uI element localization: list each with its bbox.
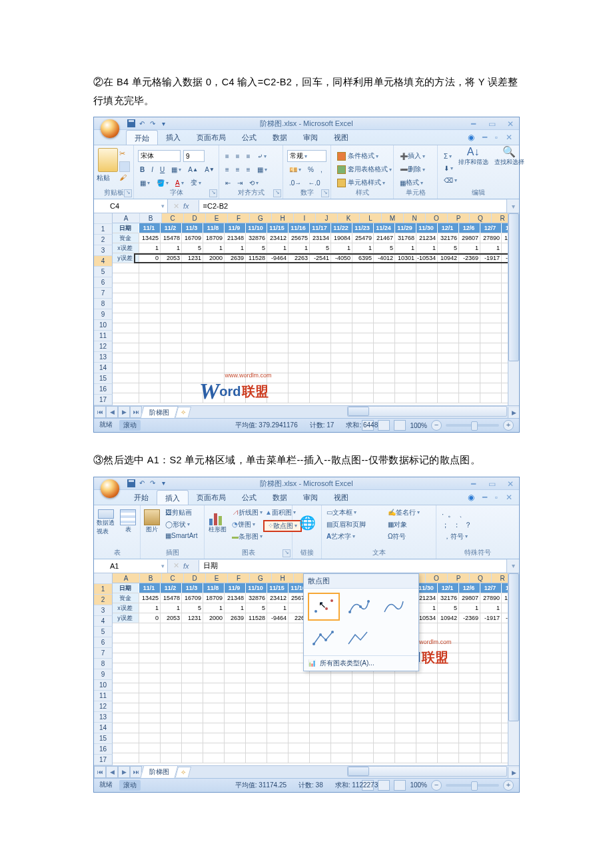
cell-styles-button[interactable]: 单元格样式 xyxy=(335,178,387,187)
data-cell[interactable] xyxy=(267,323,289,333)
data-cell[interactable]: 10301 xyxy=(395,253,416,263)
data-cell[interactable] xyxy=(289,343,310,353)
data-cell[interactable] xyxy=(374,263,395,273)
tab-insert[interactable]: 插入 xyxy=(157,490,189,505)
data-cell[interactable] xyxy=(310,373,331,383)
copy-icon[interactable] xyxy=(119,161,130,173)
data-cell[interactable] xyxy=(267,653,289,663)
bar-chart-button[interactable]: ▬ 条形图 xyxy=(230,532,265,541)
data-cell[interactable]: -8017 xyxy=(502,613,508,623)
data-cell[interactable] xyxy=(395,393,416,403)
data-cell[interactable] xyxy=(246,333,267,343)
data-cell[interactable] xyxy=(113,383,139,393)
formula-expand-icon[interactable]: ▾ xyxy=(506,559,519,573)
data-cell[interactable] xyxy=(139,323,161,333)
data-cell[interactable]: 1 xyxy=(139,603,161,613)
data-cell[interactable] xyxy=(352,373,374,383)
data-cell[interactable]: x误差 xyxy=(113,603,139,613)
data-cell[interactable] xyxy=(246,713,267,723)
qat-more-icon[interactable]: ▾ xyxy=(159,119,167,127)
data-cell[interactable] xyxy=(438,323,459,333)
data-cell[interactable] xyxy=(416,673,438,683)
smartart-button[interactable]: ▦ SmartArt xyxy=(163,532,199,539)
formula-input[interactable]: =C2-B2 xyxy=(199,200,506,212)
data-cell[interactable] xyxy=(139,633,161,643)
data-cell[interactable] xyxy=(502,323,508,333)
data-cell[interactable] xyxy=(331,293,352,303)
data-cell[interactable]: -4050 xyxy=(331,253,352,263)
data-cell[interactable] xyxy=(331,683,352,693)
data-cell[interactable] xyxy=(246,733,267,743)
data-cell[interactable] xyxy=(438,653,459,663)
data-cell[interactable] xyxy=(161,373,182,383)
data-cell[interactable] xyxy=(502,383,508,393)
close-icon[interactable]: ✕ xyxy=(506,119,515,129)
data-cell[interactable]: 29807 xyxy=(459,233,480,243)
formula-expand-icon[interactable]: ▾ xyxy=(506,199,519,213)
data-cell[interactable] xyxy=(289,683,310,693)
data-cell[interactable] xyxy=(139,643,161,653)
inc-decimal-icon[interactable]: .0→ xyxy=(287,179,303,187)
data-cell[interactable] xyxy=(203,393,225,403)
zoom-label[interactable]: 100% xyxy=(410,781,427,789)
wordart-button[interactable]: A 艺术字 xyxy=(324,532,357,541)
data-cell[interactable] xyxy=(310,333,331,343)
data-cell[interactable] xyxy=(352,673,374,683)
data-cell[interactable]: 12/1 xyxy=(438,223,459,233)
data-cell[interactable]: 1 xyxy=(459,243,480,253)
data-cell[interactable]: 5 xyxy=(438,603,459,613)
row-header[interactable]: 16 xyxy=(94,384,113,395)
clipart-button[interactable]: 🖼 剪贴画 xyxy=(163,508,194,517)
data-cell[interactable] xyxy=(139,333,161,343)
border-button[interactable]: ▦ xyxy=(169,166,183,173)
data-cell[interactable] xyxy=(331,283,352,293)
data-cell[interactable] xyxy=(310,383,331,393)
data-cell[interactable] xyxy=(161,343,182,353)
data-cell[interactable] xyxy=(374,313,395,323)
data-cell[interactable]: 资金 xyxy=(113,233,139,243)
data-cell[interactable] xyxy=(459,373,480,383)
data-cell[interactable] xyxy=(246,653,267,663)
data-cell[interactable] xyxy=(416,293,438,303)
data-cell[interactable] xyxy=(459,693,480,703)
data-cell[interactable]: y误差 xyxy=(113,253,139,263)
data-cell[interactable]: -4012 xyxy=(374,253,395,263)
data-cell[interactable] xyxy=(113,623,139,633)
align-center-icon[interactable]: ≡ xyxy=(234,166,242,173)
data-cell[interactable] xyxy=(182,303,203,313)
row-header[interactable]: 12 xyxy=(94,701,113,712)
data-cell[interactable] xyxy=(395,283,416,293)
data-cell[interactable] xyxy=(416,743,438,753)
col-header[interactable]: A xyxy=(113,213,140,223)
data-cell[interactable] xyxy=(438,633,459,643)
data-cell[interactable] xyxy=(416,393,438,403)
data-cell[interactable] xyxy=(225,703,246,713)
data-cell[interactable] xyxy=(289,723,310,733)
bold-button[interactable]: B xyxy=(138,166,147,173)
view-pagebreak-icon[interactable] xyxy=(394,420,406,431)
row-header[interactable]: 10 xyxy=(94,320,113,331)
data-cell[interactable] xyxy=(416,323,438,333)
data-cell[interactable] xyxy=(267,293,289,303)
data-cell[interactable] xyxy=(289,393,310,403)
comma-button[interactable]: , xyxy=(318,166,324,173)
tab-layout[interactable]: 页面布局 xyxy=(189,490,234,505)
data-cell[interactable]: 21348 xyxy=(225,593,246,603)
data-cell[interactable] xyxy=(267,333,289,343)
data-cell[interactable] xyxy=(416,283,438,293)
col-header[interactable]: M xyxy=(382,213,404,223)
data-cell[interactable] xyxy=(374,323,395,333)
data-cell[interactable]: 2000 xyxy=(203,613,225,623)
data-cell[interactable] xyxy=(139,303,161,313)
data-cell[interactable] xyxy=(331,733,352,743)
data-cell[interactable] xyxy=(416,633,438,643)
data-cell[interactable]: 11/8 xyxy=(203,223,225,233)
data-cell[interactable] xyxy=(267,303,289,313)
data-cell[interactable]: 21234 xyxy=(416,233,438,243)
data-cell[interactable] xyxy=(438,303,459,313)
data-cell[interactable] xyxy=(310,683,331,693)
data-cell[interactable] xyxy=(416,713,438,723)
data-cell[interactable]: 11528 xyxy=(246,613,267,623)
data-cell[interactable] xyxy=(310,393,331,403)
data-cell[interactable] xyxy=(225,293,246,303)
